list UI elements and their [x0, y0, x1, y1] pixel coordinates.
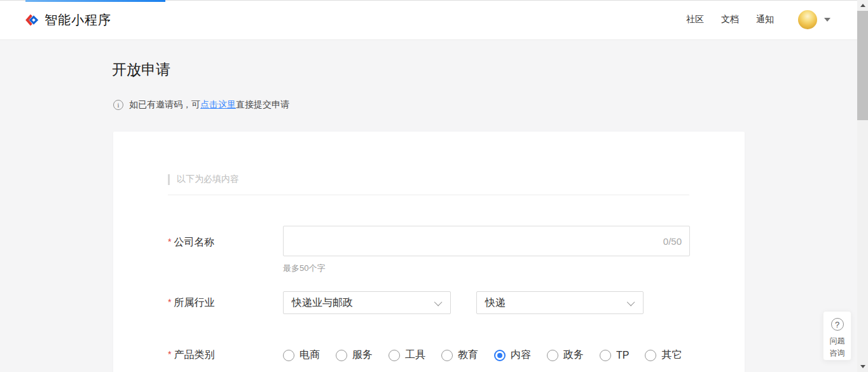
- industry-label-text: 所属行业: [174, 297, 214, 308]
- radio-label: TP: [616, 350, 629, 361]
- notice-suffix: 直接提交申请: [236, 99, 289, 109]
- user-avatar[interactable]: [798, 10, 817, 29]
- radio-icon[interactable]: [547, 350, 558, 361]
- radio-label: 电商: [300, 348, 320, 362]
- click-here-link[interactable]: 点击这里: [200, 99, 236, 109]
- industry-primary-select[interactable]: 快递业与邮政: [283, 291, 451, 314]
- radio-label: 内容: [511, 348, 531, 362]
- info-icon: i: [113, 100, 123, 110]
- question-circle-icon: ?: [831, 318, 844, 331]
- caret-down-icon: [824, 18, 830, 22]
- required-asterisk: *: [168, 349, 171, 359]
- radio-option-service[interactable]: 服务: [336, 348, 373, 362]
- nav-docs-link[interactable]: 文档: [721, 14, 739, 25]
- radio-icon[interactable]: [389, 350, 400, 361]
- radio-icon[interactable]: [336, 350, 347, 361]
- industry-secondary-select[interactable]: 快递: [476, 291, 644, 314]
- scrollbar-down-button[interactable]: [857, 361, 868, 372]
- help-label-line2: 咨询: [830, 348, 845, 357]
- company-name-input[interactable]: [284, 226, 663, 256]
- header-nav: 社区 文档 通知: [686, 14, 774, 25]
- notice-prefix: 如已有邀请码，可: [129, 99, 200, 109]
- char-counter: 0/50: [663, 236, 689, 247]
- radio-icon[interactable]: [283, 350, 294, 361]
- help-consult-button[interactable]: ? 问题 咨询: [823, 311, 851, 361]
- chevron-down-icon: [434, 298, 443, 306]
- top-header: 智能小程序 社区 文档 通知: [0, 0, 857, 40]
- radio-icon-checked[interactable]: [494, 350, 506, 361]
- radio-icon[interactable]: [645, 350, 656, 361]
- triangle-up-icon: [860, 4, 865, 7]
- page-title: 开放申请: [112, 60, 170, 79]
- section-divider: [168, 195, 689, 195]
- nav-community-link[interactable]: 社区: [686, 14, 704, 25]
- company-name-hint: 最多50个字: [283, 263, 325, 274]
- product-category-label-text: 产品类别: [174, 349, 214, 360]
- brand-name: 智能小程序: [45, 11, 111, 29]
- loading-progress-bar: [25, 0, 165, 2]
- required-asterisk: *: [168, 237, 171, 247]
- industry-primary-value: 快递业与邮政: [292, 296, 353, 310]
- industry-label: *所属行业: [168, 296, 214, 310]
- scrollbar-thumb[interactable]: [857, 11, 868, 120]
- help-label-line1: 问题: [830, 336, 845, 345]
- radio-icon[interactable]: [441, 350, 453, 361]
- radio-label: 服务: [352, 348, 373, 362]
- radio-option-other[interactable]: 其它: [645, 348, 682, 362]
- radio-label: 工具: [405, 348, 425, 362]
- help-button-label: 问题 咨询: [830, 335, 845, 359]
- brand-logo[interactable]: 智能小程序: [24, 11, 111, 29]
- chevron-down-icon: [627, 298, 635, 306]
- radio-label: 教育: [458, 348, 478, 362]
- radio-label: 政务: [563, 348, 584, 362]
- radio-option-education[interactable]: 教育: [441, 348, 478, 362]
- company-name-label-text: 公司名称: [174, 237, 214, 247]
- radio-option-ecommerce[interactable]: 电商: [283, 348, 320, 362]
- company-name-label: *公司名称: [168, 236, 214, 249]
- user-menu[interactable]: [798, 10, 830, 29]
- radio-label: 其它: [661, 348, 682, 362]
- product-category-label: *产品类别: [168, 348, 214, 362]
- required-section-header: 以下为必填内容: [168, 174, 239, 185]
- radio-option-tool[interactable]: 工具: [389, 348, 425, 362]
- invite-code-notice: i 如已有邀请码，可点击这里直接提交申请: [113, 99, 289, 111]
- section-accent-bar: [168, 174, 170, 185]
- radio-option-content[interactable]: 内容: [494, 348, 531, 362]
- product-category-radio-group: 电商 服务 工具 教育 内容 政务 TP 其它: [283, 348, 682, 362]
- notice-text: 如已有邀请码，可点击这里直接提交申请: [129, 99, 289, 111]
- scrollbar-up-button[interactable]: [857, 0, 868, 11]
- radio-option-government[interactable]: 政务: [547, 348, 584, 362]
- nav-notifications-link[interactable]: 通知: [756, 14, 774, 25]
- triangle-down-icon: [860, 365, 865, 368]
- industry-secondary-value: 快递: [485, 296, 506, 310]
- radio-option-tp[interactable]: TP: [600, 350, 629, 361]
- section-title: 以下为必填内容: [177, 174, 239, 185]
- vertical-scrollbar[interactable]: [857, 0, 868, 372]
- smart-miniprogram-logo-icon: [24, 13, 39, 27]
- application-form-card: 以下为必填内容 *公司名称 0/50 最多50个字 *所属行业 快递业与邮政 快…: [113, 132, 745, 372]
- required-asterisk: *: [168, 297, 171, 307]
- company-name-input-box: 0/50: [283, 226, 690, 256]
- radio-icon[interactable]: [600, 350, 611, 361]
